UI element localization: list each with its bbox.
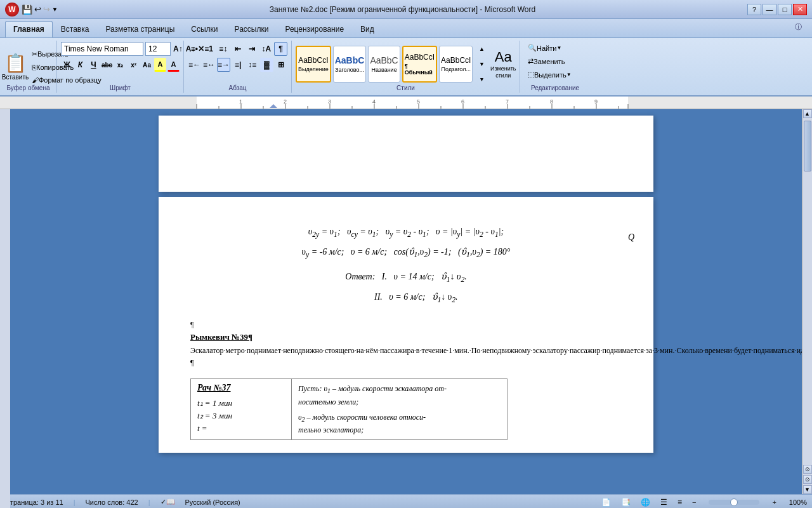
zoom-in-button[interactable]: +	[772, 498, 776, 506]
view-fullscreen-icon[interactable]: 📑	[621, 498, 631, 507]
scroll-down-button[interactable]: ▼	[803, 485, 812, 494]
tab-review[interactable]: Рецензирование	[277, 21, 352, 37]
replace-button[interactable]: ⇄ Заменить	[524, 55, 586, 67]
tab-references[interactable]: Ссылки	[183, 21, 226, 37]
superscript-button[interactable]: x²	[128, 58, 140, 72]
underline-button[interactable]: Ч	[88, 58, 100, 72]
font-size-input[interactable]	[145, 42, 171, 56]
bold-button[interactable]: Ж	[61, 58, 73, 72]
strikethrough-button[interactable]: abc	[101, 58, 113, 72]
tab-page-layout[interactable]: Разметка страницы	[97, 21, 183, 37]
line-spacing-button[interactable]: ↕≡	[246, 58, 259, 72]
minimize-button[interactable]: —	[763, 4, 776, 15]
math-line-answer2: II. υ = 6 м/с; υ̂1↓ υ2.	[190, 288, 622, 308]
align-left-button[interactable]: ≡←	[188, 58, 201, 72]
editing-group: 🔍 Найти ▼ ⇄ Заменить ⬚ Выделить ▼ Редакт…	[520, 41, 590, 93]
office-logo[interactable]: W	[5, 3, 19, 17]
problem-title: Рымкевич №39¶	[190, 332, 622, 342]
style-item-normal[interactable]: AaBbCcI Выделение	[296, 46, 331, 83]
scroll-prev-page[interactable]: ⊙	[803, 465, 812, 474]
tab-view[interactable]: Вид	[352, 21, 383, 37]
view-print-icon[interactable]: 📄	[601, 498, 611, 507]
scroll-next-page[interactable]: ⊙	[803, 475, 812, 484]
ruler: 1 2 3 4 5 6 7 8 9	[0, 97, 812, 109]
find-button[interactable]: 🔍 Найти ▼	[524, 42, 586, 54]
clipboard-group: 📋 Вставить ✂ Вырезать ⎘ Копировать 🖌 Фор…	[0, 41, 57, 93]
document-area[interactable]: υ2y = υ1; υcy = υ1; υy = υ2 - υ1; υ = |υ…	[10, 109, 802, 494]
tab-mailings[interactable]: Рассылки	[226, 21, 277, 37]
borders-button[interactable]: ⊞	[275, 58, 287, 72]
math-line-1: υ2y = υ1; υcy = υ1; υy = υ2 - υ1; υ = |υ…	[190, 222, 622, 243]
undo-icon[interactable]: ↩	[34, 4, 41, 14]
tab-home[interactable]: Главная	[5, 21, 53, 37]
text-highlight-button[interactable]: A	[154, 58, 166, 72]
paragraph-group: ≡• ≡1 ≡↕ ⇤ ⇥ ↕A ¶ ≡← ≡↔ ≡→ ≡| ↕≡ ▓ ⊞ Абз…	[184, 41, 292, 93]
paste-button[interactable]: 📋 Вставить	[4, 48, 27, 86]
style-label-active: ¶ Обычный	[405, 63, 435, 76]
style-label-title: Название	[371, 67, 396, 73]
bullets-button[interactable]: ≡•	[188, 42, 201, 56]
scroll-styles-down[interactable]: ▼	[475, 57, 488, 71]
text-effects-button[interactable]: Аа	[141, 58, 153, 72]
scroll-styles-up[interactable]: ▲	[475, 42, 488, 56]
style-item-subtitle[interactable]: AaBbCcI Подзагол...	[439, 46, 473, 83]
ribbon-help-btn[interactable]: ⓘ	[790, 19, 807, 37]
style-preview-title: AaBbC	[370, 55, 398, 65]
styles-group: AaBbCcI Выделение AaBbC Заголово... AaBb…	[292, 41, 520, 93]
close-button[interactable]: ✕	[793, 4, 807, 15]
svg-rect-33	[0, 109, 10, 508]
style-item-heading1[interactable]: AaBbC Заголово...	[333, 46, 367, 83]
ruler-track: 1 2 3 4 5 6 7 8 9	[165, 97, 647, 109]
format-painter-icon: 🖌	[32, 76, 39, 84]
subscript-button[interactable]: x₂	[114, 58, 126, 72]
scroll-up-button[interactable]: ▲	[803, 109, 812, 118]
save-icon[interactable]: 💾	[22, 4, 32, 15]
help-icon[interactable]: ?	[747, 4, 761, 15]
align-center-button[interactable]: ≡↔	[202, 58, 216, 72]
align-right-button[interactable]: ≡→	[217, 58, 230, 72]
scroll-thumb[interactable]	[804, 121, 811, 171]
justify-button[interactable]: ≡|	[232, 58, 244, 72]
zoom-slider[interactable]	[709, 500, 759, 505]
increase-font-button[interactable]: A↑	[173, 42, 183, 56]
style-item-title[interactable]: AaBbC Название	[368, 46, 400, 83]
style-label-subtitle: Подзагол...	[442, 66, 471, 72]
zoom-out-button[interactable]: −	[692, 498, 696, 506]
italic-button[interactable]: К	[74, 58, 86, 72]
multilevel-list-button[interactable]: ≡↕	[216, 42, 230, 56]
vertical-scrollbar[interactable]: ▲ ⊙ ⊙ ▼	[802, 109, 812, 494]
language: Русский (Россия)	[185, 498, 240, 506]
decrease-indent-button[interactable]: ⇤	[231, 42, 244, 56]
maximize-button[interactable]: □	[778, 4, 792, 15]
style-preview-subtitle: AaBbCcI	[441, 56, 471, 65]
paragraph-mark-1: ¶	[190, 320, 622, 330]
hw-given-t2: t₂ = 3 мин	[197, 411, 285, 421]
view-draft-icon[interactable]: ≡	[678, 498, 682, 507]
spell-check-icon[interactable]: ✓📖	[160, 498, 175, 506]
hw-note2: υ2 – модуль скорости человека относи-тел…	[298, 411, 501, 436]
word-count: Число слов: 422	[85, 498, 138, 506]
show-formatting-button[interactable]: ¶	[274, 42, 287, 56]
font-color-button[interactable]: A	[167, 58, 180, 72]
svg-text:2: 2	[284, 98, 287, 105]
style-item-active[interactable]: AaBbCcI ¶ Обычный	[402, 46, 437, 83]
svg-text:9: 9	[594, 98, 598, 105]
svg-text:8: 8	[550, 98, 553, 105]
view-web-icon[interactable]: 🌐	[641, 498, 650, 507]
change-styles-button[interactable]: Аа Изменить стили	[490, 45, 516, 83]
svg-text:5: 5	[417, 98, 420, 105]
select-button[interactable]: ⬚ Выделить ▼	[524, 69, 586, 81]
font-name-input[interactable]	[61, 42, 143, 56]
numbering-button[interactable]: ≡1	[202, 42, 216, 56]
shading-button[interactable]: ▓	[260, 58, 273, 72]
tab-insert[interactable]: Вставка	[53, 21, 98, 37]
left-ruler	[0, 109, 10, 494]
font-group: A↑ A↓ ✕ Ж К Ч abc x₂ x² Аа A A Шрифт	[57, 41, 184, 93]
increase-indent-button[interactable]: ⇥	[246, 42, 259, 56]
sort-button[interactable]: ↕A	[260, 42, 273, 56]
redo-icon[interactable]: ↪	[43, 4, 50, 14]
style-preview-heading1: AaBbC	[335, 55, 365, 65]
hw-title: Рач №37	[197, 383, 285, 393]
dropdown-icon[interactable]: ▼	[52, 6, 58, 13]
view-outline-icon[interactable]: ☰	[660, 498, 667, 507]
